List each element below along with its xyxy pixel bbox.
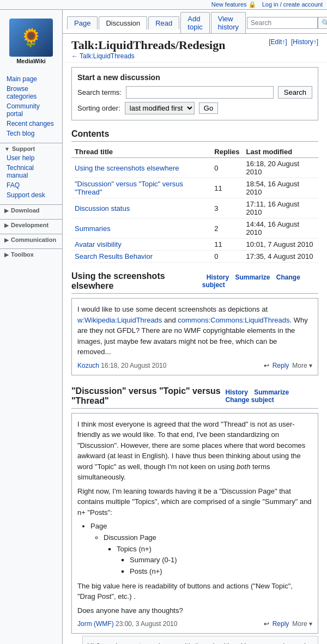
sidebar-item-technical-manual[interactable]: Technical manual — [0, 163, 62, 180]
sidebar-item-recent-changes[interactable]: Recent changes — [0, 119, 62, 129]
link-commons-liquidthreads[interactable]: commons:Commons:LiquidThreads — [178, 316, 289, 324]
thread-actions-1: History Summarize Change subject — [202, 274, 318, 289]
table-cell-replies: 0 — [211, 251, 243, 263]
reply-icon-2: ↩ — [264, 620, 269, 628]
thread-post-2-p1: I think most everyone is agreed that the… — [77, 419, 312, 483]
edit-action[interactable]: [Edit↑] — [269, 38, 287, 46]
sidebar-section-toolbox: ▶ Toolbox — [0, 248, 62, 259]
search-terms-button[interactable]: Search — [278, 86, 312, 99]
thread-post-2-p2: Right now, I'm leaning towards having it… — [77, 486, 312, 518]
logo-area: 🌻 MediaWiki — [0, 14, 62, 70]
table-title-link[interactable]: "Discussion" versus "Topic" versus "Thre… — [75, 180, 183, 196]
thread-section-2: "Discussion" versus "Topic" versus "Thre… — [71, 386, 318, 645]
arrow-icon: ▼ — [4, 146, 10, 152]
logo-text: MediaWiki — [9, 57, 53, 65]
sidebar-item-community-portal[interactable]: Community portal — [0, 101, 62, 119]
sidebar-nav: Main page Browse categories Community po… — [0, 74, 62, 138]
arrow-icon-communication: ▶ — [4, 237, 9, 243]
table-title-link[interactable]: Discussion status — [75, 204, 130, 212]
sidebar-item-faq[interactable]: FAQ — [0, 180, 62, 190]
sidebar-item-user-help[interactable]: User help — [0, 153, 62, 163]
thread-heading-1: Using the screenshots elsewhere History … — [71, 271, 318, 294]
post-actions-1: ↩ Reply More ▾ — [264, 362, 312, 369]
sidebar-heading-development[interactable]: ▶ Development — [0, 219, 62, 229]
reply-kgh-1-text: Hi Jorm, I am not very happy with thread… — [87, 641, 313, 644]
new-discussion-box: Start a new discussion Search terms: Sea… — [71, 67, 318, 120]
list-item-posts: Posts (n+) — [130, 566, 312, 578]
history-action[interactable]: [History↑] — [291, 38, 318, 46]
contents-section: Contents Thread title Replies Last modif… — [71, 129, 318, 263]
sidebar-item-support-desk[interactable]: Support desk — [0, 190, 62, 200]
author-link-jorm[interactable]: Jorm (WMF) — [77, 620, 114, 628]
col-last-modified: Last modified — [243, 146, 318, 158]
breadcrumb-link[interactable]: ← Talk:LiquidThreads — [71, 52, 135, 60]
table-row: Search Results Behavior 0 17:35, 4 Augus… — [71, 251, 318, 263]
new-features-link[interactable]: New features — [211, 1, 247, 8]
sidebar-heading-toolbox[interactable]: ▶ Toolbox — [0, 248, 62, 259]
table-title-link[interactable]: Using the screenshots elsewhere — [75, 164, 179, 172]
search-terms-input[interactable] — [126, 86, 274, 99]
tab-view-history[interactable]: View history — [211, 12, 246, 33]
col-replies: Replies — [211, 146, 243, 158]
search-button[interactable]: 🔍 — [318, 17, 327, 29]
sidebar-heading-support[interactable]: ▼ Support — [0, 143, 62, 153]
thread-change-subject-2[interactable]: Change subject — [226, 396, 274, 404]
table-cell-modified: 17:35, 4 August 2010 — [243, 251, 318, 263]
thread-post-2-list: Page Discussion Page Topics (n+) Summary… — [90, 521, 312, 578]
arrow-icon-download: ▶ — [4, 208, 9, 214]
table-title-link[interactable]: Summaries — [75, 224, 111, 233]
reply-icon-1: ↩ — [264, 362, 269, 369]
lock-icon: 🔒 — [249, 1, 256, 8]
sidebar-item-tech-blog[interactable]: Tech blog — [0, 129, 62, 138]
sidebar: 🌻 MediaWiki Main page Browse categories … — [0, 10, 63, 644]
thread-post-1-text: I would like to use some decent screensh… — [77, 304, 312, 357]
login-link[interactable]: Log in / create account — [262, 1, 323, 8]
more-button-2[interactable]: More ▾ — [292, 620, 312, 628]
post-actions-2: ↩ Reply More ▾ — [264, 620, 312, 628]
thread-history-1[interactable]: History — [207, 274, 229, 281]
tab-add-topic[interactable]: Add topic — [180, 12, 209, 33]
reply-post-kgh-1: Hi Jorm, I am not very happy with thread… — [82, 636, 318, 644]
sidebar-heading-download[interactable]: ▶ Download — [0, 204, 62, 215]
tab-discussion[interactable]: Discussion — [99, 16, 147, 30]
table-row: Discussion status 3 17:11, 16 August 201… — [71, 198, 318, 218]
list-item-topics: Topics (n+) Summary (0-1) Posts (n+) — [117, 544, 312, 578]
sidebar-heading-communication[interactable]: ▶ Communication — [0, 234, 62, 244]
top-bar: New features 🔒 Log in / create account — [0, 0, 327, 10]
link-wikipedia-liquidthreads[interactable]: w:Wikipedia:LiquidThreads — [77, 316, 162, 324]
go-button[interactable]: Go — [199, 102, 218, 114]
tab-search-area: 🔍 — [247, 17, 327, 29]
thread-actions-2: History Summarize Change subject — [221, 388, 319, 404]
list-item-page: Page Discussion Page Topics (n+) Summary… — [90, 521, 312, 578]
author-link-kozuch[interactable]: Kozuch — [77, 362, 99, 369]
table-cell-title: "Discussion" versus "Topic" versus "Thre… — [71, 178, 211, 198]
table-title-link[interactable]: Avatar visibility — [75, 240, 122, 248]
table-row: Summaries 2 14:44, 16 August 2010 — [71, 218, 318, 239]
tab-page[interactable]: Page — [67, 16, 98, 29]
sorting-select[interactable]: last modified first — [125, 102, 195, 114]
table-cell-title: Search Results Behavior — [71, 251, 211, 263]
more-button-1[interactable]: More ▾ — [292, 362, 312, 369]
table-cell-replies: 11 — [211, 178, 243, 198]
sidebar-item-main-page[interactable]: Main page — [0, 74, 62, 84]
post-author-2: Jorm (WMF) 23:00, 3 August 2010 — [77, 620, 177, 628]
reply-button-1[interactable]: Reply — [272, 362, 289, 369]
table-title-link[interactable]: Search Results Behavior — [75, 252, 153, 260]
thread-history-2[interactable]: History — [226, 388, 248, 396]
page-title: Talk:LiquidThreads/Redesign — [71, 38, 225, 52]
search-input[interactable] — [247, 17, 318, 29]
reply-button-2[interactable]: Reply — [272, 620, 289, 628]
tab-read[interactable]: Read — [148, 16, 179, 29]
table-cell-title: Avatar visibility — [71, 239, 211, 251]
contents-table: Thread title Replies Last modified Using… — [71, 146, 318, 263]
thread-title-1: Using the screenshots elsewhere — [71, 271, 202, 291]
sidebar-section-development: ▶ Development — [0, 219, 62, 229]
sidebar-item-browse-categories[interactable]: Browse categories — [0, 84, 62, 101]
thread-summarize-2[interactable]: Summarize — [254, 388, 289, 396]
thread-post-2-p4: Does anyone have any thoughts? — [77, 605, 312, 616]
post-author-1: Kozuch 16:18, 20 August 2010 — [77, 362, 166, 369]
page-actions: [Edit↑] [History↑] — [267, 38, 318, 46]
thread-summarize-1[interactable]: Summarize — [235, 274, 270, 281]
thread-section-1: Using the screenshots elsewhere History … — [71, 271, 318, 375]
table-cell-replies: 11 — [211, 239, 243, 251]
